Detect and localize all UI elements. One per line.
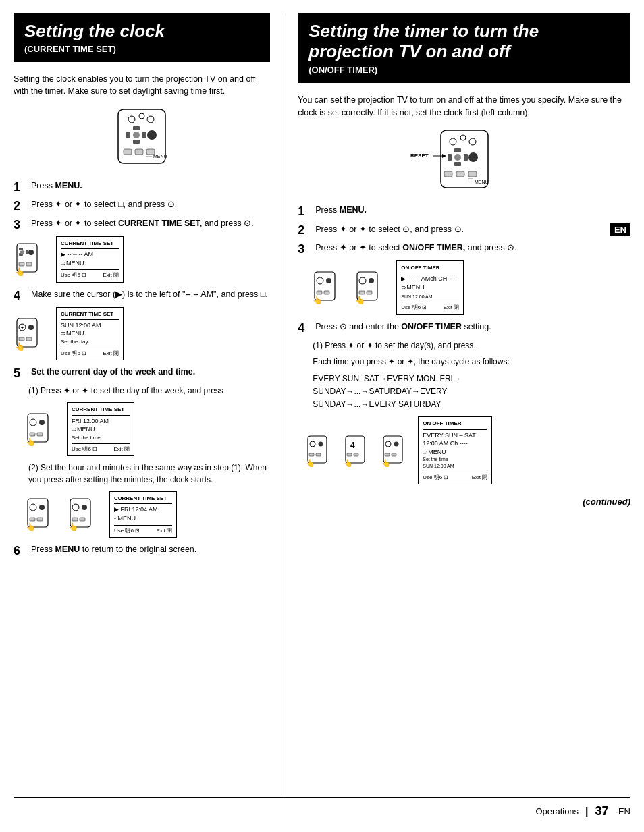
svg-point-3 [147, 116, 154, 123]
mini-remote-4a: 👆 [24, 497, 61, 531]
svg-point-45 [72, 504, 79, 511]
svg-rect-4 [133, 126, 140, 130]
screen-footer-exit-4: Exit 閉 [156, 527, 172, 534]
screen-line1-2: SUN 12:00 AM [61, 321, 119, 330]
cycle-remote-1: 👆 [304, 435, 338, 467]
step-number-4: 4 [14, 289, 27, 302]
right-intro: You can set the projection TV to turn on… [298, 94, 630, 119]
screen-line1-1: ▶ --:-- -- AM [61, 250, 119, 259]
left-step-1: 1 Press MENU. [14, 179, 270, 193]
screen-footer-use-2: Use 明6 ⊡ [61, 350, 86, 357]
svg-rect-5 [133, 140, 140, 144]
right-screen-line3-2: ⊃MENU [423, 448, 487, 457]
mini-remote-3: 👆 [24, 412, 61, 446]
svg-point-82 [319, 441, 323, 446]
left-step-4: 4 Make sure the cursor (▶) is to the lef… [14, 288, 270, 302]
page-container: Setting the clock (CURRENT TIME SET) Set… [0, 0, 644, 832]
svg-point-9 [147, 130, 157, 140]
step5-sub2: (2) Set the hour and minutes in the same… [28, 462, 270, 486]
step-number-3: 3 [14, 219, 27, 231]
step-number-2: 2 [14, 200, 27, 212]
svg-point-76 [369, 278, 374, 283]
right-mini-remote-1: 👆 [311, 271, 348, 304]
screen-display-2: CURRENT TIME SET SUN 12:00 AM ⊃MENU Set … [56, 307, 124, 361]
screen-line2-4: - MENU [114, 514, 172, 523]
svg-marker-67 [442, 154, 446, 158]
svg-text:👆: 👆 [68, 522, 78, 531]
right-screen-footer-1: SUN 12:00 AM [401, 294, 459, 300]
svg-rect-78 [367, 291, 372, 294]
svg-rect-16 [19, 248, 23, 250]
svg-point-21 [28, 250, 34, 255]
right-screen-display-2: ON OFF TIMER EVERY SUN – SAT 12:00 AM Ch… [418, 416, 492, 484]
svg-point-46 [82, 505, 87, 510]
svg-text:👆: 👆 [306, 458, 315, 467]
svg-rect-60 [444, 171, 452, 177]
svg-rect-41 [30, 518, 35, 521]
svg-rect-62 [468, 171, 477, 177]
right-step-2: 2 Press ✦ or ✦ to select ⊙, and press ⊙.… [298, 223, 630, 236]
left-screen-row-1: 👆 CURRENT TIME SET ▶ --:-- -- AM ⊃MENU U… [14, 236, 270, 283]
svg-text:👆: 👆 [344, 458, 353, 467]
screen-footer-use-3: Use 明6 ⊡ [72, 445, 97, 453]
svg-text:👆: 👆 [26, 522, 36, 531]
right-screen-use-2: Use 明6 ⊡ [423, 474, 448, 481]
left-remote-diagram: MENU [14, 106, 270, 170]
right-step-text-4: Press ⊙ and enter the ON/OFF TIMER setti… [315, 321, 630, 333]
step-text-5: Set the current day of the week and time… [31, 366, 270, 379]
svg-text:👆: 👆 [15, 267, 25, 276]
svg-point-53 [469, 138, 476, 145]
svg-rect-77 [359, 291, 365, 294]
right-subtitle: (ON/OFF TIMER) [308, 65, 620, 75]
cycle-text: EVERY SUN–SAT→EVERY MON–FRI→ SUNDAY→...→… [313, 372, 630, 412]
svg-point-51 [450, 138, 456, 145]
svg-text:4: 4 [350, 441, 355, 450]
svg-rect-94 [385, 453, 390, 456]
step5-sub1: (1) Press ✦ or ✦ to set the day of the w… [28, 385, 270, 397]
right-screen-title-2: ON OFF TIMER [423, 420, 487, 429]
screen-display-3: CURRENT TIME SET FRI 12:00 AM ⊃MENU Set … [67, 402, 134, 456]
right-screen-settime-2: Set the time [423, 456, 487, 463]
right-step-text-1: Press MENU. [315, 204, 630, 217]
step-text-2: Press ✦ or ✦ to select □, and press ⊙. [31, 198, 270, 211]
right-screen-line2-1: ⊃MENU [401, 283, 459, 292]
svg-rect-48 [80, 518, 85, 521]
left-screen-row-3: 👆 CURRENT TIME SET FRI 12:00 AM ⊃MENU Se… [24, 402, 270, 456]
right-remote-diagram: MENU RESET [298, 127, 630, 194]
screen-display-4: CURRENT TIME SET ▶ FRI 12:04 AM - MENU U… [109, 491, 177, 538]
svg-point-92 [385, 441, 391, 447]
svg-point-40 [39, 505, 45, 510]
screen-title-1: CURRENT TIME SET [61, 240, 119, 249]
left-screen-row-4: 👆 👆 CURRENT TIME SET ▶ FRI 12:04 AM - ME… [24, 491, 270, 538]
svg-point-70 [326, 278, 331, 283]
en-badge: EN [610, 223, 630, 236]
svg-rect-11 [135, 149, 143, 155]
cycle-remote-2: 4 👆 [342, 435, 376, 467]
screen-footer-1: Use 明6 ⊡ Exit 閉 [61, 269, 119, 279]
screen-line2-3: ⊃MENU [72, 425, 130, 434]
left-step-2: 2 Press ✦ or ✦ to select □, and press ⊙. [14, 198, 270, 212]
right-step4-sub: (1) Press ✦ or ✦ to set the day(s), and … [313, 339, 630, 352]
svg-point-20 [20, 250, 24, 254]
right-column: Setting the timer to turn the projection… [284, 13, 630, 797]
right-screen-use-1: Use 明6 ⊡ [401, 304, 427, 311]
right-screen-exit-2: Exit 閉 [472, 474, 488, 481]
screen-footer-2: Use 明6 ⊡ Exit 閉 [61, 348, 119, 357]
left-remote-svg: MENU [98, 106, 186, 170]
left-title-box: Setting the clock (CURRENT TIME SET) [14, 13, 270, 62]
mini-remote-1: 👆 [14, 242, 51, 276]
left-subtitle: (CURRENT TIME SET) [24, 44, 259, 54]
screen-footer-exit-2: Exit 閉 [103, 350, 119, 357]
right-remote-svg: MENU RESET [407, 127, 522, 194]
left-intro: Setting the clock enables you to turn th… [14, 73, 270, 99]
right-title-box: Setting the timer to turn the projection… [298, 13, 630, 83]
svg-text:👆: 👆 [355, 295, 365, 304]
right-screen-line1-2: EVERY SUN – SAT [423, 431, 487, 440]
right-screen-suntime-2: SUN 12:00 AM [423, 463, 487, 470]
svg-rect-19 [26, 250, 28, 254]
screen-line2-1: ⊃MENU [61, 259, 119, 268]
svg-text:RESET: RESET [410, 152, 429, 159]
right-screen-line2-2: 12:00 AM Ch ---- [423, 439, 487, 448]
right-screen-line1-1: ▶ ------ AMch CH---- [401, 275, 459, 283]
step-number-1: 1 [14, 181, 27, 193]
